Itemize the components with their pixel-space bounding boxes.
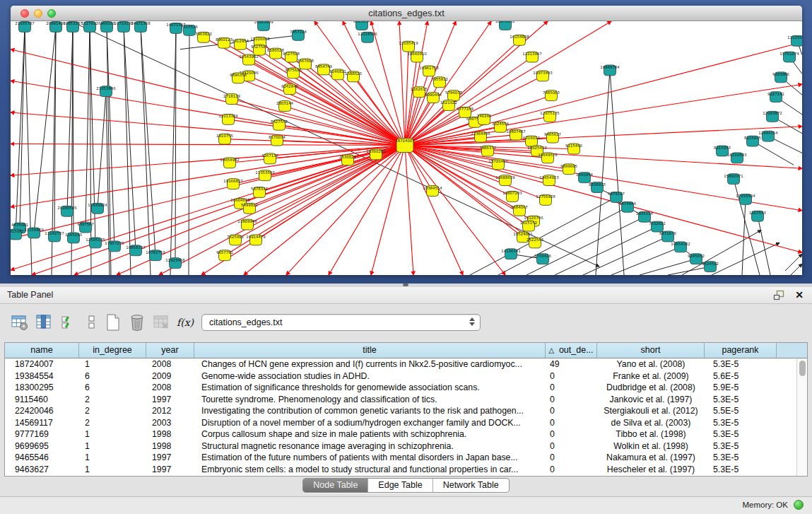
network-canvas-container[interactable]: 2103578720991406108532871527602696616010…	[11, 21, 802, 275]
table-row[interactable]: 911546021997Tourette syndrome. Phenomeno…	[5, 394, 807, 406]
column-header-name[interactable]: name	[5, 343, 79, 358]
network-node-label: 12975135	[540, 111, 559, 115]
network-edge[interactable]	[791, 264, 802, 275]
table-cell: 2003	[146, 417, 194, 429]
network-node-label: 11125044	[787, 35, 802, 40]
network-edge[interactable]	[640, 259, 696, 275]
column-header-title[interactable]: title	[194, 343, 546, 358]
network-canvas[interactable]: 2103578720991406108532871527602696616010…	[11, 21, 802, 275]
float-panel-icon[interactable]	[773, 290, 785, 300]
network-edge[interactable]	[86, 27, 90, 228]
network-node-label: 8170034	[269, 135, 286, 139]
network-node-label: 16524861	[513, 232, 532, 236]
network-edge[interactable]	[682, 230, 761, 275]
network-edge[interactable]	[371, 146, 405, 275]
tab-network-table[interactable]: Network Table	[433, 479, 509, 492]
column-header-year[interactable]: year	[146, 343, 194, 358]
network-node-label: 2718129	[223, 94, 241, 98]
network-edge[interactable]	[526, 217, 645, 275]
network-edge[interactable]	[291, 57, 405, 146]
table-cell: Corpus callosum shape and size in male p…	[194, 428, 546, 440]
table-cell: 2009	[146, 370, 194, 382]
tab-edge-table[interactable]: Edge Table	[367, 479, 432, 492]
network-edge[interactable]	[11, 144, 405, 146]
network-edge[interactable]	[74, 146, 405, 275]
column-header-out_de[interactable]: △ out_de...	[546, 343, 597, 358]
network-edge[interactable]	[107, 27, 114, 246]
network-edge[interactable]	[124, 27, 136, 250]
network-view-window[interactable]: citations_edges.txt 21035787209914061085…	[11, 6, 802, 275]
table-cell: 9777169	[5, 428, 79, 440]
window-titlebar[interactable]: citations_edges.txt	[11, 6, 802, 21]
table-cell: 0	[546, 394, 597, 406]
clear-selection-icon[interactable]	[82, 313, 102, 332]
table-row[interactable]: 1830029562008Estimation of significance …	[5, 382, 807, 394]
network-edge[interactable]	[555, 227, 657, 275]
column-header-pagerank[interactable]: pagerank	[705, 343, 777, 358]
memory-status-indicator-icon[interactable]	[794, 500, 804, 510]
network-edge[interactable]	[785, 254, 802, 271]
network-node-label: 10807487	[506, 129, 525, 134]
network-node-label: 9474444	[619, 201, 637, 206]
table-cell: 9463627	[5, 464, 79, 476]
network-node-label: 17016504	[736, 194, 755, 198]
network-edge[interactable]	[244, 146, 405, 275]
network-node-label: 11353593	[255, 170, 274, 175]
network-edge[interactable]	[189, 30, 189, 275]
network-edge[interactable]	[256, 146, 405, 240]
select-all-icon[interactable]	[59, 313, 79, 332]
table-row[interactable]: 946362711997Embryonic stem cells: a mode…	[5, 464, 807, 476]
table-row[interactable]: 946554611997Estimation of the future num…	[5, 452, 807, 464]
network-node-label: 8471676	[659, 231, 677, 235]
splitter-grip[interactable]	[403, 284, 408, 286]
new-table-icon[interactable]	[103, 313, 123, 332]
network-node-label: 8115935	[744, 136, 761, 140]
network-node-label: 12444154	[758, 131, 778, 135]
table-cell: de Silva et al. (2003)	[597, 417, 705, 429]
table-row[interactable]: 977716911998Corpus callosum shape and si…	[5, 428, 807, 440]
scrollbar-thumb[interactable]	[799, 361, 806, 376]
network-edge[interactable]	[124, 27, 131, 275]
network-edge[interactable]	[405, 146, 413, 275]
network-edge[interactable]	[758, 216, 770, 275]
close-panel-icon[interactable]: ✕	[795, 289, 804, 300]
attribute-table[interactable]: namein_degreeyeartitle△ out_de...shortpa…	[4, 342, 808, 477]
network-node-label: 3267130	[261, 153, 279, 158]
table-selector-dropdown[interactable]: citations_edges.txt	[201, 314, 481, 331]
network-edge[interactable]	[240, 45, 405, 146]
table-settings-icon[interactable]	[10, 313, 30, 332]
table-row[interactable]: 1456911722003Disruption of a novel membe…	[5, 417, 807, 429]
network-node-label: 5499822	[241, 203, 258, 207]
tab-node-table[interactable]: Node Table	[303, 479, 367, 492]
network-edge[interactable]	[285, 106, 405, 146]
table-cell: 1	[79, 428, 146, 440]
select-columns-icon[interactable]	[34, 313, 54, 332]
dropdown-stepper-icon	[469, 317, 475, 326]
table-row[interactable]: 969969511998Structural magnetic resonanc…	[5, 440, 807, 452]
network-node-label: 12035419	[399, 41, 418, 45]
column-header-in_degree[interactable]: in_degree	[79, 343, 146, 358]
network-edge[interactable]	[753, 141, 794, 165]
table-toolbar: f(x) citations_edges.txt	[0, 304, 812, 341]
table-row[interactable]: 1872400712008Changes of HCN gene express…	[5, 358, 807, 370]
delete-rows-icon[interactable]	[127, 313, 147, 332]
column-header-short[interactable]: short	[597, 343, 705, 358]
network-node-label: 15892971	[724, 174, 743, 178]
table-row[interactable]: 1938455462009Genome-wide association stu…	[5, 370, 807, 382]
table-cell: 5.3E-5	[705, 428, 777, 440]
table-cell: 0	[546, 440, 597, 452]
table-row[interactable]: 2242004622012Investigating the contribut…	[5, 405, 807, 417]
table-cell: 6	[79, 370, 146, 382]
network-edge[interactable]	[596, 70, 610, 275]
function-builder-icon[interactable]: f(x)	[175, 313, 195, 332]
vertical-scrollbar[interactable]	[796, 358, 807, 476]
table-cell: 14569117	[5, 417, 79, 429]
network-edge[interactable]	[610, 70, 624, 275]
network-edge[interactable]	[71, 21, 599, 267]
table-cell: 2008	[146, 358, 194, 370]
network-edge[interactable]	[98, 91, 106, 209]
network-node-label: 18640910	[407, 52, 427, 56]
network-edge[interactable]	[611, 247, 681, 275]
table-cell: 9465546	[5, 452, 79, 464]
table-selector-value: citations_edges.txt	[209, 317, 283, 327]
